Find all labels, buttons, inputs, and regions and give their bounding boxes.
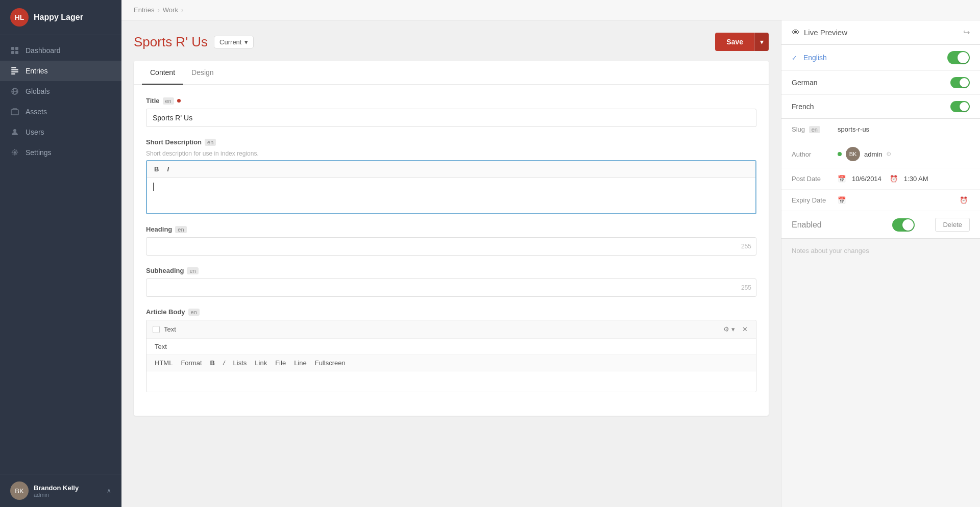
block-checkbox[interactable] [153,326,160,333]
meta-row-post-date: Post Date 📅 10/6/2014 ⏰ 1:30 AM [781,168,980,190]
field-label-subheading: Subheading en [146,267,756,274]
expiry-calendar-icon[interactable]: 📅 [838,196,846,204]
text-editor-content[interactable] [146,371,756,392]
lang-label-de: German [792,79,818,87]
lang-toggle-en[interactable] [947,51,970,64]
toolbar-lists[interactable]: Lists [233,359,247,367]
editor-panel: Sports R' Us Current ▾ Save ▾ Content De… [121,20,781,507]
meta-row-expiry-date: Expiry Date 📅 ⏰ [781,190,980,211]
lang-item-en[interactable]: ✓ English [781,45,980,71]
subheading-char-count: 255 [741,284,751,291]
lang-check-en: ✓ English [792,54,827,62]
toolbar-format[interactable]: Format [181,359,202,367]
heading-char-count: 255 [741,243,751,250]
toolbar-bold[interactable]: B [210,359,215,367]
meta-value-slug: sports-r-us [838,125,970,133]
italic-button[interactable]: I [165,164,171,174]
enabled-toggle[interactable] [892,218,915,232]
block-move-button[interactable]: ✕ [740,324,750,334]
sidebar-item-entries[interactable]: Entries [0,61,121,81]
meta-row-slug: Slug en sports-r-us [781,119,980,140]
page-title-area: Sports R' Us Current ▾ [134,34,254,50]
assets-icon [10,107,19,116]
toolbar-fullscreen[interactable]: Fullscreen [315,359,346,367]
current-user[interactable]: BK Brandon Kelly admin [10,481,79,500]
sidebar-item-label: Globals [26,87,50,95]
lang-toggle-fr[interactable] [950,101,970,112]
user-role: admin [34,492,79,498]
heading-input-wrapper: 255 [146,237,756,256]
app-logo[interactable]: HL Happy Lager [0,0,121,35]
breadcrumb-work[interactable]: Work [163,6,178,14]
sidebar-item-dashboard[interactable]: Dashboard [0,40,121,61]
lang-tag-subheading: en [187,267,198,274]
meta-row-author: Author BK admin ⚙ [781,140,980,168]
toolbar-italic[interactable]: / [223,359,225,367]
eye-icon: 👁 [792,28,800,37]
card-body: Title en Short Description en Short desc… [134,85,769,416]
globals-icon [10,87,19,96]
short-desc-toolbar: B I [147,161,755,178]
lang-toggle-de[interactable] [950,77,970,88]
sidebar-footer: BK Brandon Kelly admin ∧ [0,474,121,507]
clock-icon: ⏰ [890,175,898,183]
title-input[interactable] [146,109,756,127]
dashboard-icon [10,46,19,55]
lang-item-fr[interactable]: French [781,95,980,118]
sidebar: HL Happy Lager Dashboard Entries [0,0,121,507]
save-button[interactable]: Save [715,33,754,51]
delete-button[interactable]: Delete [935,218,970,232]
meta-panel: Slug en sports-r-us Author BK admin ⚙ [781,119,980,239]
required-indicator [177,99,181,103]
notes-area[interactable]: Notes about your changes [781,239,980,507]
lang-label-fr: French [792,103,814,111]
sidebar-item-label: Users [26,128,44,136]
status-badge[interactable]: Current ▾ [214,36,254,48]
text-cursor [153,183,154,191]
short-desc-content[interactable] [147,178,755,213]
main-content: Entries › Work › Sports R' Us Current ▾ … [121,0,980,507]
tab-content[interactable]: Content [142,61,183,85]
calendar-icon: 📅 [838,175,846,183]
breadcrumb: Entries › Work › [121,0,980,20]
svg-rect-6 [11,71,18,72]
avatar: BK [10,481,29,500]
tab-design[interactable]: Design [183,61,222,85]
bold-button[interactable]: B [152,164,161,174]
toolbar-line[interactable]: Line [294,359,307,367]
save-dropdown-button[interactable]: ▾ [754,33,769,51]
expiry-clock-icon[interactable]: ⏰ [960,196,968,204]
subheading-input-wrapper: 255 [146,278,756,297]
breadcrumb-entries[interactable]: Entries [134,6,154,14]
entry-tabs: Content Design [134,61,769,85]
share-icon[interactable]: ↪ [963,28,970,37]
field-article-body: Article Body en Text ⚙ ▾ [146,308,756,392]
right-panel: 👁 Live Preview ↪ ✓ English German [781,20,980,507]
user-name: Brandon Kelly [34,484,79,492]
author-edit-icon[interactable]: ⚙ [886,150,892,158]
logo-icon: HL [10,8,29,27]
entry-card: Content Design Title en [134,61,769,416]
subheading-input[interactable] [146,278,756,297]
meta-value-expiry-date: 📅 ⏰ [838,196,970,204]
toolbar-link[interactable]: Link [255,359,267,367]
toolbar-html[interactable]: HTML [155,359,173,367]
lang-item-de[interactable]: German [781,71,980,95]
expand-icon[interactable]: ∧ [107,487,111,494]
save-button-group: Save ▾ [715,33,769,51]
live-preview-label: 👁 Live Preview [792,28,847,37]
block-settings-button[interactable]: ⚙ ▾ [721,324,737,334]
sidebar-item-assets[interactable]: Assets [0,102,121,122]
svg-rect-4 [11,67,16,68]
field-label-article-body: Article Body en [146,308,756,316]
sidebar-item-globals[interactable]: Globals [0,81,121,102]
lang-tag-article-body: en [188,309,200,316]
sidebar-item-users[interactable]: Users [0,122,121,142]
text-section-label: Text [146,339,756,355]
svg-rect-5 [11,69,18,70]
heading-input[interactable] [146,237,756,256]
meta-label-author: Author [792,150,838,158]
toolbar-file[interactable]: File [275,359,286,367]
svg-rect-2 [11,51,14,54]
sidebar-item-settings[interactable]: Settings [0,142,121,163]
